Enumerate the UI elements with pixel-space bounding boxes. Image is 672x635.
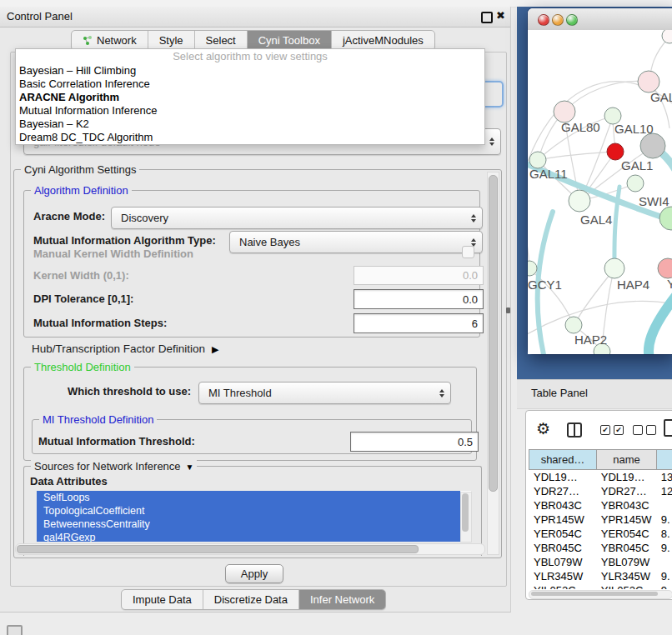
close-icon[interactable]: ✖ <box>496 9 505 22</box>
table-cell[interactable]: YDL19… <box>596 470 656 484</box>
table-row[interactable]: YBL079WYBL079W <box>529 555 672 569</box>
network-edge[interactable] <box>565 81 647 111</box>
attribute-item-betweennesscentrality[interactable]: BetweennessCentrality <box>37 518 460 531</box>
network-edge[interactable] <box>539 152 614 160</box>
table-row[interactable]: YPR145WYPR145W9. <box>529 512 672 527</box>
table-cell[interactable]: YER054C <box>596 527 656 541</box>
table-cell[interactable] <box>656 498 672 512</box>
algorithm-option-dream8-dc-tdc-algorithm[interactable]: Dream8 DC_TDC Algorithm <box>16 131 484 144</box>
network-node-gcy1[interactable] <box>528 261 537 276</box>
settings-horizontal-scrollbar-thumb[interactable] <box>17 545 419 553</box>
attribute-item-topologicalcoefficient[interactable]: TopologicalCoefficient <box>37 504 460 518</box>
column-header-name[interactable]: name <box>597 449 657 470</box>
mi-type-combo[interactable]: Naive Bayes <box>229 231 483 253</box>
network-node-gal1[interactable] <box>627 175 644 192</box>
network-node-gal4[interactable] <box>569 190 590 212</box>
close-traffic-light[interactable] <box>538 14 549 26</box>
tab-cyni-toolbox[interactable]: Cyni Toolbox <box>247 31 331 50</box>
table-cell[interactable]: YDR27… <box>596 484 656 498</box>
tab-infer-network[interactable]: Infer Network <box>298 590 385 609</box>
table-cell[interactable] <box>656 555 672 569</box>
minimize-traffic-light[interactable] <box>552 14 564 26</box>
table-cell[interactable]: 9. <box>656 541 672 555</box>
tab-select[interactable]: Select <box>194 31 247 50</box>
table-cell[interactable]: YER054C <box>529 527 596 541</box>
float-icon[interactable] <box>481 12 493 23</box>
aracne-mode-combo[interactable]: Discovery <box>111 207 483 229</box>
table-row[interactable]: YDL19…YDL19…13 <box>529 470 672 484</box>
data-attributes-list[interactable]: SelfLoopsTopologicalCoefficientBetweenne… <box>37 491 471 542</box>
table-cell[interactable]: 9. <box>656 569 672 583</box>
table-cell[interactable]: 13 <box>656 470 672 484</box>
table-cell[interactable]: YIL052C <box>529 583 596 589</box>
apply-button[interactable]: Apply <box>225 564 283 583</box>
column-header-shared-[interactable]: shared… <box>529 449 597 470</box>
network-node-swi4[interactable] <box>659 207 672 230</box>
table-cell[interactable]: YPR145W <box>529 512 596 527</box>
attribute-item-selfloops[interactable]: SelfLoops <box>37 491 460 504</box>
table-cell[interactable]: YBR045C <box>596 541 656 555</box>
table-row[interactable]: YBR043CYBR043C <box>529 498 672 512</box>
algorithm-option-basic-correlation-inference[interactable]: Basic Correlation Inference <box>16 78 484 91</box>
mi-steps-field[interactable]: 6 <box>354 313 484 333</box>
settings-vertical-scrollbar-thumb[interactable] <box>489 175 498 492</box>
table-cell[interactable]: YBR045C <box>529 541 596 555</box>
attributes-scrollbar-thumb[interactable] <box>462 493 469 532</box>
table-row[interactable]: YDR27…YDR27…12 <box>529 484 672 498</box>
network-node-y[interactable] <box>658 258 672 278</box>
table-cell[interactable]: YBR043C <box>596 498 656 512</box>
dpi-tolerance-field[interactable]: 0.0 <box>354 289 484 309</box>
network-graph[interactable]: GALGAL80GAL10GAL11GAL1SWI4GAL4GCY1HAP4YH… <box>528 30 672 354</box>
table-row[interactable]: YLR345WYLR345W9. <box>529 569 672 583</box>
network-node-hap4[interactable] <box>604 258 624 278</box>
manual-kernel-checkbox[interactable] <box>462 246 474 258</box>
network-node-gal11[interactable] <box>529 152 546 168</box>
table-cell[interactable]: YBR043C <box>529 498 596 512</box>
table-cell[interactable]: YBL079W <box>529 555 596 569</box>
table-cell[interactable]: 9 <box>656 583 672 589</box>
tab-discretize-data[interactable]: Discretize Data <box>203 590 298 609</box>
table-horizontal-scrollbar[interactable] <box>529 590 672 599</box>
network-canvas[interactable]: GALGAL80GAL10GAL11GAL1SWI4GAL4GCY1HAP4YH… <box>528 30 672 354</box>
algorithm-option-bayesian-k2[interactable]: Bayesian – K2 <box>16 118 484 131</box>
network-node[interactable] <box>607 143 624 160</box>
table-cell[interactable]: 9. <box>656 512 672 527</box>
table-cell[interactable]: 12 <box>656 484 672 498</box>
table-scrollbar-thumb[interactable] <box>531 592 658 596</box>
unchecked-pair-icon[interactable] <box>633 425 656 435</box>
table-cell[interactable]: 8. <box>656 527 672 541</box>
attribute-item-gal4rgexp[interactable]: gal4RGexp <box>37 531 460 542</box>
algorithm-option-aracne-algorithm[interactable]: ARACNE Algorithm <box>16 91 484 104</box>
network-edge[interactable] <box>528 222 529 267</box>
gear-icon[interactable]: ⚙ <box>536 419 550 438</box>
hub-section-header[interactable]: Hub/Transcription Factor Definition▶ <box>32 342 219 355</box>
algorithm-option-bayesian-hill-climbing[interactable]: Bayesian – Hill Climbing <box>16 64 484 78</box>
tab-impute-data[interactable]: Impute Data <box>122 590 203 609</box>
table-row[interactable]: YER054CYER054C8. <box>529 527 672 541</box>
network-node-hap2[interactable] <box>565 317 582 333</box>
algorithm-option-mutual-information-inference[interactable]: Mutual Information Inference <box>16 104 484 118</box>
table-cell[interactable]: YLR345W <box>596 569 656 583</box>
network-node[interactable] <box>640 133 665 158</box>
checked-pair-icon[interactable]: ✔✔ <box>600 425 624 435</box>
sources-header[interactable]: Sources for Network Inference▼ <box>31 460 197 472</box>
document-icon[interactable] <box>664 419 672 437</box>
table-cell[interactable]: YPR145W <box>596 512 656 527</box>
table-row[interactable]: YBR045CYBR045C9. <box>529 541 672 555</box>
dock-panel-icon[interactable] <box>7 625 23 635</box>
network-node[interactable] <box>662 30 672 43</box>
table-row[interactable]: YIL052CYIL052C9 <box>529 583 672 589</box>
tab-network[interactable]: Network <box>72 31 148 50</box>
which-threshold-combo[interactable]: MI Threshold <box>198 382 451 404</box>
network-window-titlebar[interactable] <box>528 8 672 31</box>
split-columns-icon[interactable] <box>567 422 582 438</box>
mi-threshold-field[interactable]: 0.5 <box>350 432 479 452</box>
tab-style[interactable]: Style <box>148 31 194 50</box>
column-header-a[interactable]: A <box>657 449 672 470</box>
table-cell[interactable]: YDL19… <box>529 470 596 484</box>
splitter-handle[interactable] <box>506 308 510 313</box>
kernel-width-field[interactable]: 0.0 <box>354 266 484 285</box>
table-cell[interactable]: YDR27… <box>529 484 596 498</box>
tab-jactivemnodules[interactable]: jActiveMNodules <box>331 31 434 50</box>
table-cell[interactable]: YLR345W <box>529 569 596 583</box>
